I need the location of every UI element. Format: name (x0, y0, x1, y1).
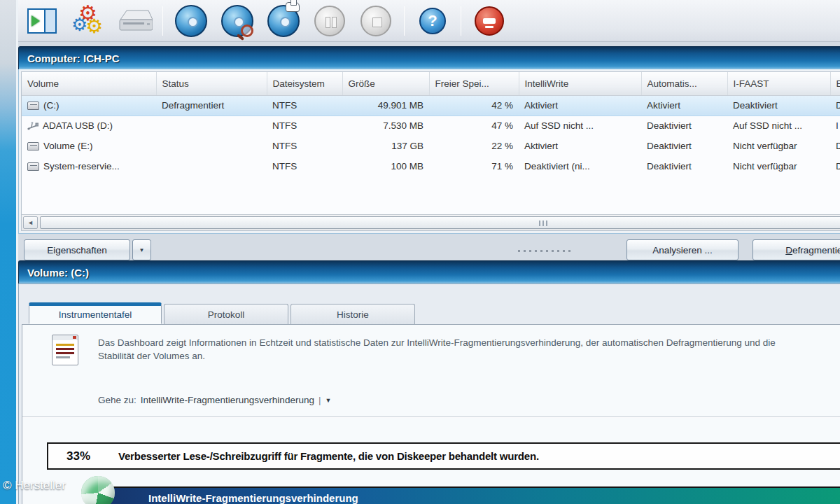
manual-defrag-button[interactable] (265, 3, 302, 39)
dashboard-description: Das Dashboard zeigt Informationen in Ech… (98, 336, 840, 363)
exit-icon (475, 6, 504, 36)
computer-panel-title: Computer: ICH-PC (18, 46, 840, 69)
settings-button[interactable]: ⚙⚙⚙ (70, 3, 106, 39)
analyze-action-button[interactable]: Analysieren ... (626, 239, 738, 260)
tab-protokoll[interactable]: Protokoll (164, 304, 288, 324)
disk-icon (27, 102, 39, 110)
manual-defrag-cd-icon (267, 5, 300, 37)
col-automatisch[interactable]: Automatis... (641, 72, 727, 95)
splitter-handle[interactable] (518, 250, 573, 252)
help-button[interactable] (414, 3, 451, 39)
properties-button[interactable]: Eigenschaften (24, 239, 130, 260)
properties-dropdown-button[interactable] (132, 239, 151, 260)
exit-button[interactable] (471, 3, 507, 39)
pause-icon (314, 6, 345, 36)
cell-size: 49.901 MB (342, 95, 429, 115)
cell-free: 22 % (429, 136, 519, 156)
table-row-e[interactable]: Volume (E:) NTFS 137 GB 22 % Aktiviert D… (22, 136, 840, 156)
goto-row: Gehe zu: IntelliWrite-Fragmentierungsver… (98, 395, 331, 405)
cell-status: Defragmentiert (156, 95, 267, 115)
scroll-left-arrow-icon[interactable] (23, 216, 38, 229)
toolbar-separator (461, 6, 461, 36)
col-dateisystem[interactable]: Dateisystem (267, 72, 342, 95)
scrollbar-grip-icon (539, 220, 548, 226)
toolbar-separator (162, 6, 163, 36)
cell-free: 42 % (429, 95, 519, 115)
console-icon (27, 8, 57, 34)
cell-status (156, 136, 267, 156)
analyze-button[interactable] (219, 3, 255, 39)
description-line2: Stabilität der Volumes an. (98, 349, 840, 363)
stat-text: Verbesserter Lese-/Schreibzugriff für Fr… (118, 450, 539, 462)
cell-ifaast: Nicht verfügbar (727, 136, 830, 156)
cell-status (156, 156, 267, 176)
col-status[interactable]: Status (156, 72, 267, 95)
tab-historie[interactable]: Historie (290, 304, 415, 324)
col-ifaast[interactable]: I-FAAST (727, 72, 830, 95)
volume-section: Volume: (C:) Instrumententafel Protokoll… (18, 260, 840, 504)
cell-auto: Deaktiviert (641, 156, 727, 176)
goto-dropdown[interactable]: IntelliWrite-Fragmentierungsverhinderung (141, 395, 314, 405)
cell-fs: NTFS (267, 115, 342, 136)
pause-button (312, 3, 348, 39)
defragment-action-button[interactable]: Defragmentieren ... (752, 239, 840, 260)
analyze-cd-icon (221, 5, 253, 37)
volume-panel: Instrumententafel Protokoll Historie Das… (18, 284, 840, 504)
help-icon (419, 8, 446, 34)
stop-icon (360, 6, 391, 36)
chevron-down-icon[interactable]: ▼ (325, 397, 331, 404)
console-button[interactable] (24, 3, 60, 39)
dashboard-report-icon (52, 335, 78, 365)
col-intelliwrite[interactable]: IntelliWrite (519, 72, 641, 95)
dashboard-tab-content: Das Dashboard zeigt Informationen in Ech… (22, 324, 840, 504)
defragment-button[interactable] (173, 3, 209, 39)
intelliwrite-section-title: IntelliWrite-Fragmentierungsverhinderung (148, 492, 358, 504)
volumes-table: Volume Status Dateisystem Größe Freier S… (22, 72, 840, 176)
toolbar-separator (404, 6, 405, 36)
cell-ifaast: Nicht verfügbar (727, 156, 830, 176)
cell-fs: NTFS (267, 95, 342, 115)
cell-extra: I (830, 115, 840, 136)
cell-volume: Volume (E:) (43, 141, 93, 151)
defragment-cd-icon (175, 5, 207, 37)
cell-fs: NTFS (267, 156, 342, 176)
volume-panel-title: Volume: (C:) (18, 260, 840, 284)
volumes-button[interactable] (116, 3, 153, 39)
stat-percent: 33% (66, 449, 118, 463)
cell-fs: NTFS (267, 136, 342, 156)
cell-status (156, 115, 267, 136)
col-freier-speicher[interactable]: Freier Spei... (429, 72, 519, 95)
cell-size: 7.530 MB (342, 115, 429, 136)
volumes-table-panel: Volume Status Dateisystem Größe Freier S… (21, 71, 840, 231)
table-row-system[interactable]: System-reservie... NTFS 100 MB 71 % Deak… (22, 156, 840, 176)
volume-title-text: Volume: (C:) (27, 267, 89, 279)
cell-auto: Aktiviert (641, 95, 727, 115)
cell-intelliwrite: Aktiviert (519, 95, 641, 115)
col-extra[interactable]: E (830, 72, 840, 95)
col-volume[interactable]: Volume (22, 72, 156, 95)
cell-ifaast: Auf SSD nicht ... (727, 115, 830, 136)
table-row-c[interactable]: (C:) Defragmentiert NTFS 49.901 MB 42 % … (22, 95, 840, 115)
background-window-edge (0, 0, 18, 504)
cell-volume: (C:) (43, 100, 59, 111)
table-header-row: Volume Status Dateisystem Größe Freier S… (22, 72, 840, 95)
col-groesse[interactable]: Größe (342, 72, 429, 95)
diskeeper-sphere-logo (81, 476, 115, 504)
goto-separator: | (318, 395, 321, 405)
cell-volume: System-reservie... (43, 161, 120, 172)
goto-label: Gehe zu: (98, 395, 136, 405)
cell-auto: Deaktiviert (641, 136, 727, 156)
table-row-d[interactable]: ADATA USB (D:) NTFS 7.530 MB 47 % Auf SS… (22, 115, 840, 136)
horizontal-scrollbar[interactable] (22, 214, 840, 230)
cell-size: 137 GB (342, 136, 429, 156)
scrollbar-thumb[interactable] (40, 216, 840, 229)
tab-instrumententafel[interactable]: Instrumententafel (29, 302, 162, 324)
cell-free: 47 % (429, 115, 519, 136)
usb-icon (27, 121, 38, 131)
cell-extra: D (830, 95, 840, 115)
hand-icon (286, 2, 300, 12)
settings-gears-icon: ⚙⚙⚙ (70, 3, 106, 39)
divider (22, 416, 840, 418)
cell-volume: ADATA USB (D:) (43, 120, 113, 131)
disk-icon (27, 142, 39, 150)
